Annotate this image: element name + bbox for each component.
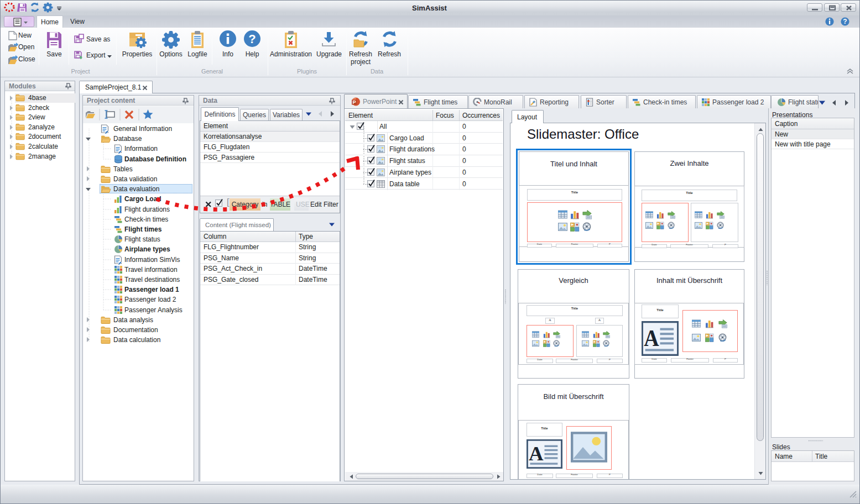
svg-text:?: ?	[843, 18, 847, 25]
svg-text:P: P	[352, 99, 356, 105]
svg-text:?: ?	[248, 32, 256, 46]
